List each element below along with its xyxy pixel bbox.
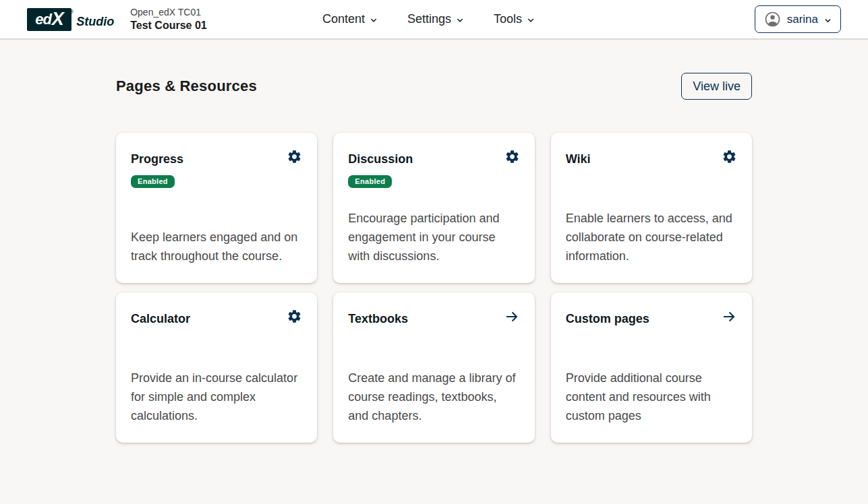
page-title: Pages & Resources — [116, 77, 257, 95]
card-progress[interactable]: Progress Enabled Keep learners engaged a… — [116, 133, 317, 283]
edx-logo-ed: ed — [35, 11, 51, 28]
nav-settings-label: Settings — [407, 12, 451, 26]
chevron-down-icon — [456, 16, 464, 24]
nav-content[interactable]: Content — [322, 12, 378, 26]
username-label: sarina — [787, 13, 818, 26]
gear-icon[interactable] — [287, 149, 302, 164]
status-badge: Enabled — [348, 175, 392, 188]
card-title: Calculator — [131, 309, 190, 326]
edx-logo: edX — [27, 8, 71, 31]
edx-logo-x: X — [52, 9, 63, 30]
gear-icon[interactable] — [722, 149, 737, 164]
course-info: Open_edX TC01 Test Course 01 — [130, 6, 207, 33]
chevron-down-icon — [527, 16, 535, 24]
course-org-number: Open_edX TC01 — [130, 6, 207, 18]
card-title: Custom pages — [566, 309, 649, 326]
trademark-symbol: ® — [70, 9, 74, 14]
status-badge: Enabled — [131, 175, 175, 188]
card-discussion[interactable]: Discussion Enabled Encourage participati… — [333, 133, 534, 283]
card-title: Progress — [131, 149, 183, 166]
nav-content-label: Content — [322, 12, 365, 26]
card-custom-pages[interactable]: Custom pages Provide additional course c… — [551, 292, 752, 443]
card-calculator[interactable]: Calculator Provide an in-course calculat… — [116, 292, 317, 443]
card-title: Textbooks — [348, 309, 408, 326]
card-description: Provide an in-course calculator for simp… — [131, 369, 302, 425]
card-description: Enable learners to access, and collabora… — [566, 209, 737, 265]
nav-settings[interactable]: Settings — [407, 12, 464, 26]
chevron-down-icon — [370, 16, 378, 24]
avatar-icon — [764, 11, 781, 28]
studio-home-logo[interactable]: edX ® Studio — [27, 8, 114, 31]
card-title: Discussion — [348, 149, 413, 166]
page-head: Pages & Resources View live — [116, 73, 752, 100]
main-nav: Content Settings Tools — [322, 0, 535, 38]
view-live-button[interactable]: View live — [681, 73, 752, 100]
chevron-down-icon — [824, 17, 832, 24]
gear-icon[interactable] — [504, 149, 520, 164]
card-wiki[interactable]: Wiki Enable learners to access, and coll… — [551, 133, 752, 283]
course-title: Test Course 01 — [130, 19, 207, 33]
card-description: Create and manage a library of course re… — [348, 369, 519, 425]
card-description: Keep learners engaged and on track throu… — [131, 228, 302, 265]
card-description: Provide additional course content and re… — [566, 369, 737, 425]
header: edX ® Studio Open_edX TC01 Test Course 0… — [0, 0, 868, 40]
cards-grid: Progress Enabled Keep learners engaged a… — [116, 133, 752, 443]
card-description: Encourage participation and engagement i… — [348, 209, 519, 265]
studio-wordmark: Studio — [76, 15, 114, 29]
nav-tools[interactable]: Tools — [494, 12, 535, 26]
nav-tools-label: Tools — [494, 12, 522, 26]
card-textbooks[interactable]: Textbooks Create and manage a library of… — [333, 292, 534, 443]
arrow-right-icon[interactable] — [721, 309, 737, 325]
user-menu-button[interactable]: sarina — [755, 5, 841, 33]
arrow-right-icon[interactable] — [504, 309, 520, 325]
card-title: Wiki — [566, 149, 591, 166]
gear-icon[interactable] — [287, 309, 302, 324]
pages-resources-content: Pages & Resources View live Progress Ena… — [116, 73, 752, 443]
